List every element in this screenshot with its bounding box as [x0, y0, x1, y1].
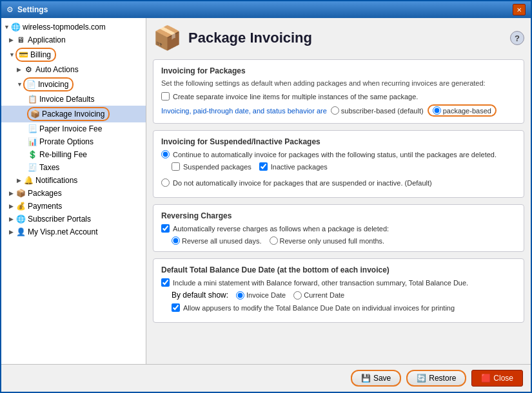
save-icon: 💾 [361, 374, 371, 383]
section1-desc: Set the following settings as default wh… [161, 79, 516, 87]
sidebar-item-package-invoicing[interactable]: 📦 Package Invoicing [1, 106, 146, 122]
sidebar-item-subscriber-portals[interactable]: ▶ 🌐 Subscriber Portals [1, 213, 146, 225]
radio-subscriber-based: subscriber-based (default) [331, 106, 424, 115]
create-separate-checkbox[interactable] [161, 92, 170, 101]
restore-button[interactable]: 🔄 Restore [406, 370, 466, 387]
auto-reverse-checkbox[interactable] [161, 224, 170, 233]
package-based-label: package-based [443, 107, 491, 115]
sidebar-item-payments[interactable]: ▶ 💰 Payments [1, 200, 146, 213]
title-bar: ⚙ Settings ✕ [1, 1, 531, 18]
sidebar-item-invoice-defaults[interactable]: 📋 Invoice Defaults [1, 93, 146, 106]
inv-label: Invoicing [38, 80, 68, 89]
auto-icon: ⚙ [23, 64, 34, 75]
notif-label: Notifications [35, 176, 77, 185]
sub-label: Subscriber Portals [28, 215, 91, 224]
continue-auto-radio[interactable] [161, 150, 170, 158]
invoicing-circled: 📄 Invoicing [23, 77, 74, 91]
page-header: 📦 Package Invoicing ? [153, 24, 524, 52]
sidebar-item-auto-actions[interactable]: ▶ ⚙ Auto Actions [1, 63, 146, 76]
pay-label: Payments [28, 202, 62, 211]
suspended-row: Suspended packages [172, 162, 251, 171]
current-date-radio[interactable] [293, 291, 302, 300]
paper-icon: 📃 [27, 124, 37, 134]
close-icon: 🟥 [481, 374, 491, 383]
notif-arrow: ▶ [17, 177, 23, 184]
section4-title: Default Total Balance Due Date (at the b… [161, 265, 516, 274]
section-reversing-charges: Reversing Charges Automatically reverse … [153, 204, 524, 252]
include-mini-checkbox[interactable] [161, 278, 170, 287]
page-title: Package Invoicing [188, 30, 312, 46]
by-default-label: By default show: [172, 291, 228, 300]
suspended-checkbox[interactable] [172, 162, 180, 171]
section2-title: Invoicing for Suspended/Inactive Package… [161, 137, 516, 146]
radio-invoice-date: Invoice Date [236, 291, 286, 300]
sidebar-item-packages[interactable]: ▶ 📦 Packages [1, 187, 146, 200]
create-separate-row: Create separate invoice line items for m… [161, 92, 516, 101]
pkgs-arrow: ▶ [9, 190, 15, 196]
sidebar-item-paper-invoice-fee[interactable]: 📃 Paper Invoice Fee [1, 122, 146, 135]
radio-package-based: package-based [428, 104, 497, 117]
inactive-row: Inactive packages [259, 162, 328, 171]
save-label: Save [373, 374, 391, 383]
default-show-row: By default show: Invoice Date Current Da… [161, 291, 516, 300]
sidebar-item-billing[interactable]: ▼ 💳 Billing [1, 46, 146, 63]
billing-arrow: ▼ [9, 52, 15, 58]
help-button[interactable]: ? [510, 31, 524, 45]
radio-all-unused: Reverse all unused days. [172, 236, 262, 245]
subscriber-based-label: subscriber-based (default) [341, 107, 424, 115]
pkgs-icon: 📦 [15, 188, 26, 198]
sidebar-item-prorate-options[interactable]: 📊 Prorate Options [1, 135, 146, 148]
prorate-icon: 📊 [27, 137, 37, 147]
reverse-options: Reverse all unused days. Reverse only un… [161, 236, 516, 245]
paper-label: Paper Invoice Fee [39, 124, 102, 133]
full-months-label: Reverse only unused full months. [280, 237, 385, 245]
save-button[interactable]: 💾 Save [351, 370, 401, 387]
auto-label: Auto Actions [35, 65, 79, 74]
app-icon: 🖥 [15, 35, 26, 45]
sidebar-item-notifications[interactable]: ▶ 🔔 Notifications [1, 174, 146, 187]
sidebar-item-taxes[interactable]: 🧾 Taxes [1, 161, 146, 174]
content-area: ▼ 🌐 wireless-topmodels.com ▶ 🖥 Applicati… [1, 18, 531, 364]
sidebar-root[interactable]: ▼ 🌐 wireless-topmodels.com [1, 21, 146, 34]
full-months-radio[interactable] [270, 236, 278, 245]
allow-modify-label: Allow appusers to modify the Total Balan… [183, 304, 455, 312]
restore-icon: 🔄 [417, 374, 426, 383]
section-suspended-inactive: Invoicing for Suspended/Inactive Package… [153, 130, 524, 198]
sidebar-item-rebilling-fee[interactable]: 💲 Re-billing Fee [1, 148, 146, 161]
root-icon: 🌐 [10, 22, 21, 32]
donot-auto-radio[interactable] [161, 178, 170, 187]
current-date-label: Current Date [304, 291, 344, 299]
sidebar-item-invoicing[interactable]: ▼ 📄 Invoicing [1, 76, 146, 93]
auto-reverse-row: Automatically reverse charges as follows… [161, 224, 516, 233]
sidebar-item-application[interactable]: ▶ 🖥 Application [1, 34, 146, 46]
allow-modify-checkbox[interactable] [172, 303, 180, 312]
sidebar: ▼ 🌐 wireless-topmodels.com ▶ 🖥 Applicati… [1, 18, 146, 364]
pay-arrow: ▶ [9, 203, 15, 209]
footer: 💾 Save 🔄 Restore 🟥 Close [1, 364, 531, 392]
subscriber-based-radio[interactable] [331, 106, 339, 115]
billing-label: Billing [30, 50, 51, 59]
invoice-date-radio[interactable] [236, 291, 244, 300]
visp-arrow: ▶ [9, 229, 15, 235]
donot-auto-label: Do not automatically invoice for package… [173, 179, 432, 187]
notif-icon: 🔔 [23, 175, 34, 186]
close-button[interactable]: 🟥 Close [471, 370, 523, 387]
window-close-button[interactable]: ✕ [513, 4, 526, 15]
sub-icon: 🌐 [15, 214, 26, 224]
all-unused-radio[interactable] [172, 236, 180, 245]
inactive-checkbox[interactable] [259, 162, 268, 171]
billing-circled: 💳 Billing [15, 48, 56, 62]
root-arrow: ▼ [4, 24, 10, 30]
package-based-radio[interactable] [433, 106, 441, 115]
inv-icon: 📄 [26, 79, 36, 90]
all-unused-label: Reverse all unused days. [182, 237, 262, 245]
page-header-left: 📦 Package Invoicing [153, 24, 312, 52]
pkginv-label: Package Invoicing [42, 110, 104, 119]
visp-icon: 👤 [15, 227, 26, 237]
invdef-icon: 📋 [27, 94, 37, 104]
window-icon: ⚙ [6, 5, 14, 14]
pkginv-icon: 📦 [30, 109, 40, 119]
root-label: wireless-topmodels.com [23, 23, 106, 32]
restore-label: Restore [429, 374, 456, 383]
sidebar-item-myvisp[interactable]: ▶ 👤 My Visp.net Account [1, 225, 146, 238]
